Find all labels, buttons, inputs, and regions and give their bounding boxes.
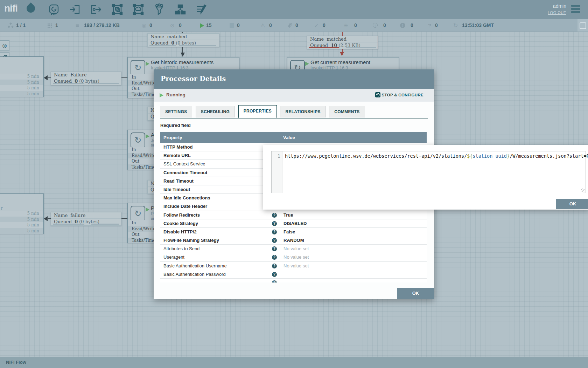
edge-component-port[interactable]: ◎ (0, 40, 9, 51)
transmitting-count: 0 (149, 22, 152, 28)
up-to-date-icon: ✓ (314, 22, 319, 28)
property-row-basic-auth-username: Basic Authentication Username?No value s… (160, 262, 427, 270)
invalid-icon: ⚠ (260, 22, 265, 28)
processor-title: Get historic measurements (151, 59, 214, 65)
editor-ok-button[interactable]: OK (556, 199, 588, 209)
template-icon[interactable] (174, 4, 186, 15)
global-menu-icon[interactable] (571, 5, 580, 14)
port-glyph-icon: ◎ (2, 42, 7, 48)
help-icon[interactable]: ? (272, 238, 277, 243)
connection-name-key: Name (54, 213, 68, 218)
tab-scheduling[interactable]: SCHEDULING (196, 106, 235, 117)
tab-relationships[interactable]: RELATIONSHIPS (280, 106, 326, 117)
dialog-title: Processor Details (161, 75, 226, 82)
connection-label-failure-lower[interactable]: Namefailure Queued0(0 bytes) (51, 212, 121, 226)
processor-icon[interactable] (48, 4, 60, 15)
connection-arrow-left (44, 216, 48, 221)
locally-modified-stale-count: 0 (411, 22, 413, 28)
connection-arrow-down (181, 53, 185, 57)
property-row-follow-redirects: Follow Redirects?True (160, 211, 427, 219)
connection-name-value: failure (70, 213, 85, 218)
breadcrumb[interactable]: NiFi Flow (6, 360, 26, 365)
cluster-icon (8, 22, 14, 30)
queue-size-bar (346, 47, 376, 48)
stop-and-configure-button[interactable]: STOP & CONFIGURE (375, 92, 424, 97)
invalid-count: 0 (269, 22, 272, 28)
tab-properties[interactable]: PROPERTIES (238, 105, 277, 118)
remote-process-group-icon[interactable] (132, 4, 144, 15)
input-port-icon[interactable] (69, 4, 81, 15)
help-icon[interactable]: ? (272, 255, 277, 260)
property-column-header: Property (160, 132, 279, 143)
dialog-tabs: SETTINGS SCHEDULING PROPERTIES RELATIONS… (160, 105, 428, 118)
processor-run-status: Running (166, 92, 186, 97)
processor-icon: ↻ (131, 132, 145, 149)
stop-configure-gear-icon (375, 92, 380, 97)
help-icon[interactable]: ? (272, 246, 277, 251)
run-status-icon (146, 134, 149, 138)
connection-line (121, 77, 127, 78)
connection-arrow-down-alert (340, 52, 344, 56)
label-icon[interactable] (195, 4, 207, 15)
required-field-note: Required field (160, 123, 191, 128)
stopped-count: 0 (237, 22, 240, 28)
queue-size-bar (91, 83, 119, 84)
help-icon[interactable]: ? (272, 221, 277, 226)
queued-icon: ≡ (76, 22, 79, 28)
connection-name-value: matched (327, 36, 346, 42)
refresh-icon[interactable]: ↻ (453, 22, 458, 28)
logout-link[interactable]: LOG OUT (548, 11, 566, 15)
stopped-icon (230, 23, 234, 28)
disabled-count: 0 (295, 22, 298, 28)
property-row-attributes-to-send: Attributes to Send?No value set (160, 245, 427, 253)
active-threads-count: 1 (55, 22, 58, 28)
editor-code-line[interactable]: https://www.pegelonline.wsv.de/webservic… (285, 153, 584, 159)
processor-type-fragment: r (1, 206, 3, 211)
property-row-partial: ? (160, 279, 427, 282)
property-row-disable-http2: Disable HTTP/2?False (160, 228, 427, 236)
connection-label-matched-alert[interactable]: Namematched Queued10(2.53 KB) (307, 36, 378, 49)
sync-failure-count: 0 (435, 22, 438, 28)
properties-table-header: PropertyValue (160, 132, 427, 143)
tab-comments[interactable]: COMMENTS (329, 106, 365, 117)
connection-label-matched-top[interactable]: Namematched Queued0(0 bytes) (147, 33, 219, 47)
help-icon[interactable]: ? (272, 213, 277, 218)
sync-failure-icon: ? (428, 22, 431, 28)
running-count: 15 (206, 22, 212, 28)
property-row-useragent: Useragent?No value set (160, 253, 427, 261)
connection-name-key: Name (54, 72, 68, 77)
queued-count: 193 / 279.12 KB (84, 22, 120, 28)
queue-size-bar (91, 224, 119, 225)
help-icon[interactable]: ? (272, 264, 277, 268)
stop-configure-label: STOP & CONFIGURE (382, 93, 424, 97)
processor-cutoff-upper-left[interactable]: 5 min5 min5 min5 min (0, 56, 44, 97)
processor-cutoff-lower-left[interactable]: r 5 min5 min5 min5 min (0, 193, 44, 234)
status-panel-toggle[interactable] (578, 19, 588, 32)
locally-modified-count: 0 (354, 22, 357, 28)
up-to-date-count: 0 (323, 22, 326, 28)
tab-settings[interactable]: SETTINGS (160, 106, 192, 117)
cluster-count: 1 / 1 (16, 22, 26, 28)
connection-line (48, 218, 51, 219)
queue-size-bar (179, 45, 216, 46)
help-icon[interactable]: ? (272, 280, 277, 282)
funnel-icon[interactable] (153, 4, 165, 15)
help-icon[interactable]: ? (272, 272, 277, 277)
connection-label-failure-upper[interactable]: NameFailure Queued0(0 bytes) (51, 71, 121, 85)
not-transmitting-count: 0 (179, 22, 182, 28)
nifi-drop-icon (25, 2, 37, 14)
queue-percent-bar (149, 45, 176, 46)
invokehttp-icon: ↻ (131, 60, 145, 76)
active-threads-icon (47, 23, 52, 28)
value-editor-textarea[interactable]: 1 https://www.pegelonline.wsv.de/webserv… (271, 151, 586, 193)
not-transmitting-icon: ⊘ (170, 22, 175, 28)
processor-title: Get current measurement (310, 59, 370, 65)
output-port-icon[interactable] (90, 4, 102, 15)
property-row-basic-auth-password: Basic Authentication Password? (160, 270, 427, 279)
help-icon[interactable]: ? (272, 230, 277, 234)
process-group-icon[interactable] (111, 4, 123, 15)
nifi-app: nifi admin LOG OUT (0, 0, 588, 368)
resize-handle[interactable] (581, 189, 585, 192)
current-user: admin (553, 3, 566, 9)
dialog-ok-button[interactable]: OK (397, 288, 434, 299)
